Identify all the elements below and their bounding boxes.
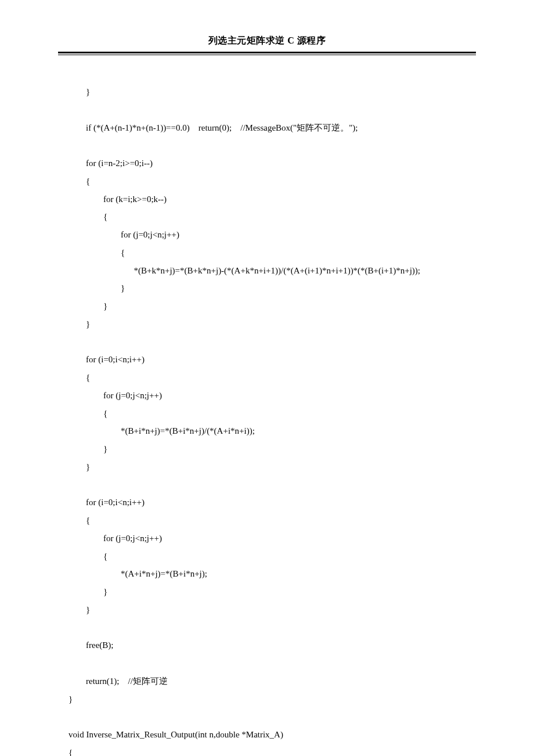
code-line: for (i=0;i<n;i++) bbox=[68, 355, 145, 364]
code-line: for (i=0;i<n;i++) bbox=[68, 498, 145, 507]
code-line: { bbox=[68, 516, 90, 525]
code-line: { bbox=[68, 552, 107, 561]
code-line: *(B+k*n+j)=*(B+k*n+j)-(*(A+k*n+i+1))/(*(… bbox=[68, 266, 420, 275]
code-line: { bbox=[68, 748, 73, 756]
code-line: for (j=0;j<n;j++) bbox=[68, 391, 162, 400]
code-line: } bbox=[68, 87, 90, 96]
code-line: *(B+i*n+j)=*(B+i*n+j)/(*(A+i*n+i)); bbox=[68, 426, 255, 435]
code-line: } bbox=[68, 694, 73, 704]
code-line: for (j=0;j<n;j++) bbox=[68, 230, 179, 239]
header-rule-thick bbox=[58, 52, 476, 53]
code-line: if (*(A+(n-1)*n+(n-1))==0.0) return(0); … bbox=[68, 123, 358, 132]
code-line: { bbox=[68, 248, 125, 257]
code-line: } bbox=[68, 301, 107, 311]
code-line: { bbox=[68, 373, 90, 382]
code-line: { bbox=[68, 212, 107, 221]
code-line: for (j=0;j<n;j++) bbox=[68, 534, 162, 543]
code-block: } if (*(A+(n-1)*n+(n-1))==0.0) return(0)… bbox=[58, 83, 476, 756]
code-line: } bbox=[68, 283, 125, 293]
code-line: { bbox=[68, 177, 90, 186]
code-line: { bbox=[68, 409, 107, 418]
code-line: } bbox=[68, 319, 90, 329]
page-title: 列选主元矩阵求逆 C 源程序 bbox=[58, 35, 476, 47]
code-line: void Inverse_Matrix_Result_Output(int n,… bbox=[68, 730, 283, 739]
code-line: } bbox=[68, 605, 90, 614]
code-line: return(1); //矩阵可逆 bbox=[68, 676, 168, 686]
code-line: } bbox=[68, 587, 107, 596]
document-header: 列选主元矩阵求逆 C 源程序 bbox=[58, 35, 476, 47]
code-line: for (i=n-2;i>=0;i--) bbox=[68, 159, 153, 168]
code-line: } bbox=[68, 462, 90, 471]
code-line: } bbox=[68, 444, 107, 453]
code-line: for (k=i;k>=0;k--) bbox=[68, 195, 167, 204]
code-line: *(A+i*n+j)=*(B+i*n+j); bbox=[68, 569, 207, 578]
header-rule-thin bbox=[58, 55, 476, 55]
page-container: 列选主元矩阵求逆 C 源程序 } if (*(A+(n-1)*n+(n-1))=… bbox=[0, 0, 534, 756]
code-line: free(B); bbox=[68, 640, 113, 650]
